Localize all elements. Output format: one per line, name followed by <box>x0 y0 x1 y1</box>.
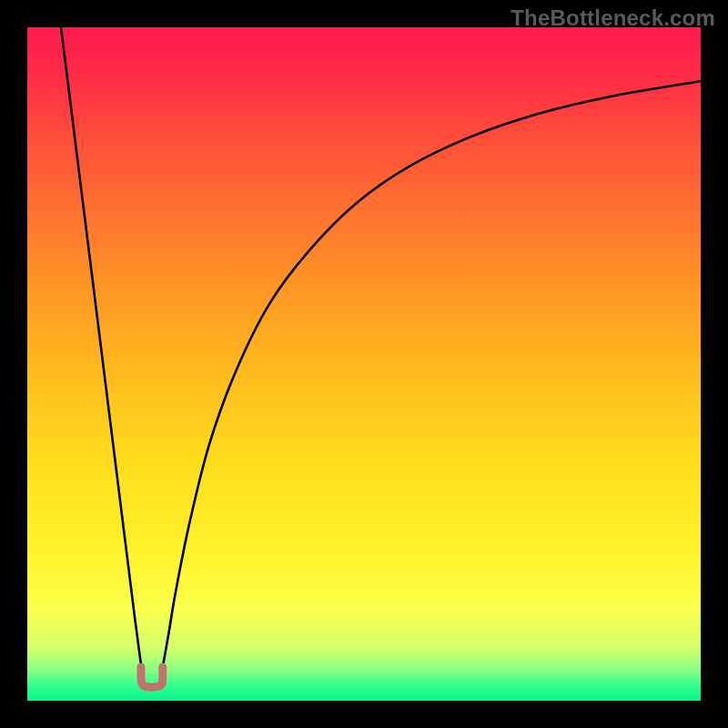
chart-frame: TheBottleneck.com <box>0 0 728 728</box>
series-curve-left <box>61 27 145 685</box>
trough-marker <box>141 667 163 687</box>
series-curve-right <box>159 81 701 685</box>
plot-area <box>27 27 701 701</box>
curve-layer <box>27 27 701 701</box>
